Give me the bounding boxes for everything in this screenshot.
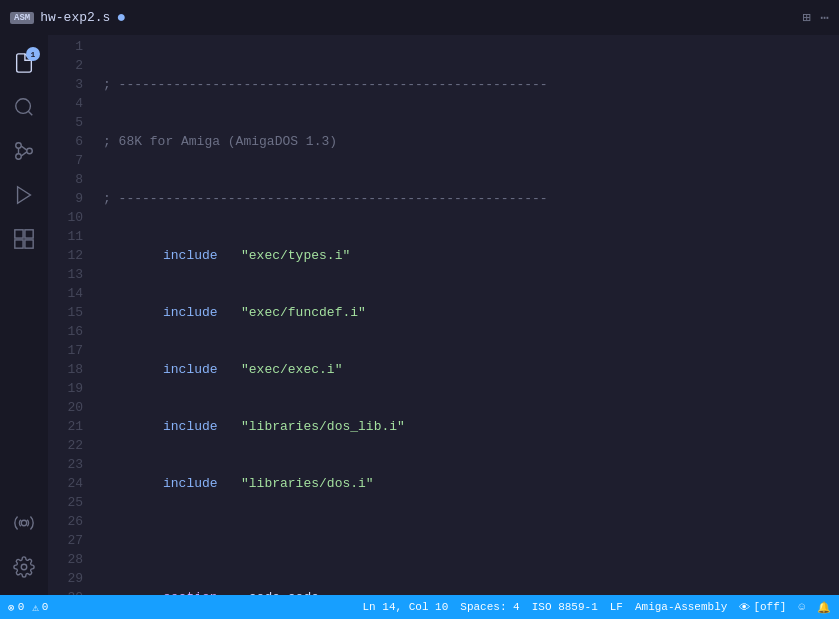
- code-text[interactable]: ; --------------------------------------…: [93, 35, 839, 595]
- line-ending-label: LF: [610, 601, 623, 613]
- svg-rect-11: [15, 240, 23, 248]
- split-editor-icon[interactable]: ⊞: [802, 9, 810, 26]
- indentation[interactable]: Spaces: 4: [460, 601, 519, 613]
- error-number: 0: [18, 601, 25, 613]
- svg-line-7: [21, 152, 27, 156]
- activity-run[interactable]: [4, 175, 44, 215]
- line-numbers: 12345 678910 1112131415 1617181920 21222…: [48, 35, 93, 595]
- code-line-9: [103, 531, 839, 550]
- language-badge: ASM: [10, 12, 34, 24]
- cursor-position[interactable]: Ln 14, Col 10: [362, 601, 448, 613]
- svg-point-0: [16, 99, 31, 114]
- svg-rect-10: [25, 230, 33, 238]
- code-line-5: include "exec/funcdef.i": [103, 303, 839, 322]
- code-line-3: ; --------------------------------------…: [103, 189, 839, 208]
- activity-extensions[interactable]: [4, 219, 44, 259]
- activity-files[interactable]: 1: [4, 43, 44, 83]
- svg-point-2: [16, 143, 22, 149]
- statusbar: ⊗ 0 ⚠ 0 Ln 14, Col 10 Spaces: 4 ISO 8859…: [0, 595, 839, 619]
- warning-icon: ⚠: [32, 601, 39, 614]
- titlebar: ASM hw-exp2.s ● ⊞ ⋯: [0, 0, 839, 35]
- main-area: 1: [0, 35, 839, 595]
- statusbar-left: ⊗ 0 ⚠ 0: [8, 601, 48, 614]
- code-line-4: include "exec/types.i": [103, 246, 839, 265]
- editor[interactable]: 12345 678910 1112131415 1617181920 21222…: [48, 35, 839, 595]
- activity-source-control[interactable]: [4, 131, 44, 171]
- eye-toggle[interactable]: 👁 [off]: [739, 601, 786, 614]
- activity-settings[interactable]: [4, 547, 44, 587]
- bell-icon: 🔔: [817, 601, 831, 614]
- activity-bar: 1: [0, 35, 48, 595]
- error-count[interactable]: ⊗ 0: [8, 601, 24, 614]
- svg-rect-12: [25, 240, 33, 248]
- code-line-2: ; 68K for Amiga (AmigaDOS 1.3): [103, 132, 839, 151]
- warning-number: 0: [42, 601, 49, 613]
- notifications-icon[interactable]: 🔔: [817, 601, 831, 614]
- activity-remote[interactable]: [4, 503, 44, 543]
- svg-marker-8: [18, 187, 31, 204]
- code-line-6: include "exec/exec.i": [103, 360, 839, 379]
- warning-count[interactable]: ⚠ 0: [32, 601, 48, 614]
- file-encoding[interactable]: ISO 8859-1: [532, 601, 598, 613]
- svg-point-13: [21, 520, 27, 526]
- line-ending[interactable]: LF: [610, 601, 623, 613]
- tab-area: ASM hw-exp2.s ●: [10, 10, 126, 26]
- language-label: Amiga-Assembly: [635, 601, 727, 613]
- svg-point-14: [21, 564, 27, 570]
- modified-indicator: ●: [116, 10, 126, 26]
- language-mode[interactable]: Amiga-Assembly: [635, 601, 727, 613]
- eye-icon: 👁: [739, 601, 750, 614]
- tab-filename[interactable]: hw-exp2.s: [40, 10, 110, 25]
- code-line-1: ; --------------------------------------…: [103, 75, 839, 94]
- feedback-icon[interactable]: ☺: [798, 601, 805, 613]
- more-actions-icon[interactable]: ⋯: [821, 9, 829, 26]
- code-editor[interactable]: 12345 678910 1112131415 1617181920 21222…: [48, 35, 839, 595]
- svg-point-3: [16, 154, 22, 160]
- eye-state: [off]: [753, 601, 786, 613]
- statusbar-right: Ln 14, Col 10 Spaces: 4 ISO 8859-1 LF Am…: [362, 601, 831, 614]
- files-badge: 1: [26, 47, 40, 61]
- code-line-7: include "libraries/dos_lib.i": [103, 417, 839, 436]
- svg-line-6: [21, 146, 27, 150]
- svg-rect-9: [15, 230, 23, 238]
- code-line-10: section _code,code: [103, 588, 839, 595]
- position-label: Ln 14, Col 10: [362, 601, 448, 613]
- svg-point-5: [27, 148, 33, 154]
- code-line-8: include "libraries/dos.i": [103, 474, 839, 493]
- activity-search[interactable]: [4, 87, 44, 127]
- titlebar-actions: ⊞ ⋯: [802, 9, 829, 26]
- svg-line-1: [28, 111, 32, 115]
- error-icon: ⊗: [8, 601, 15, 614]
- smiley-icon: ☺: [798, 601, 805, 613]
- spaces-label: Spaces: 4: [460, 601, 519, 613]
- encoding-label: ISO 8859-1: [532, 601, 598, 613]
